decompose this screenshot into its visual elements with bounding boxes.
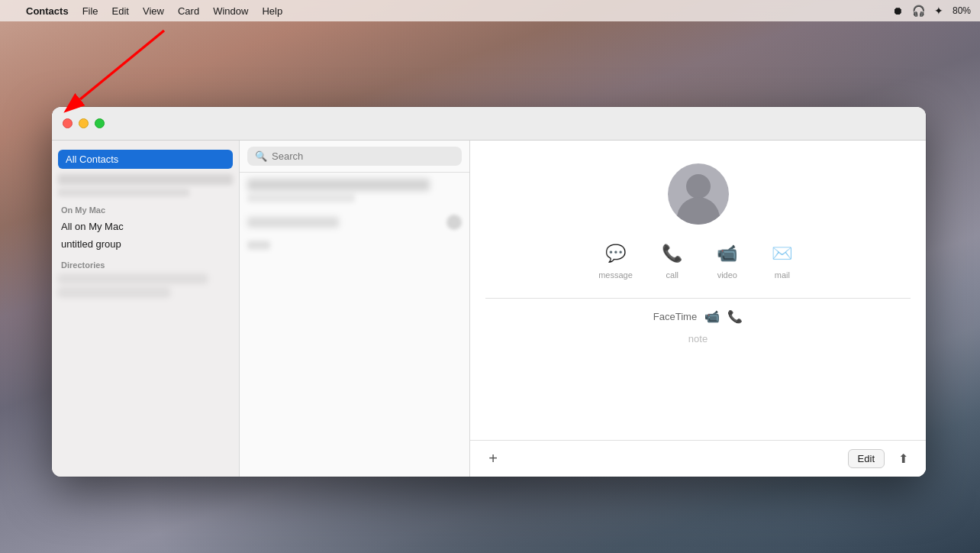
minimize-button[interactable] bbox=[79, 118, 89, 128]
sidebar-blurred-3 bbox=[58, 274, 208, 283]
action-buttons: 💬 message 📞 call 📹 video ✉️ bbox=[598, 240, 798, 280]
menubar-card[interactable]: Card bbox=[178, 5, 199, 17]
facetime-label: FaceTime bbox=[653, 311, 697, 322]
bluetooth-icon: ✦ bbox=[934, 5, 943, 17]
detail-toolbar: + Edit ⬆ bbox=[470, 440, 926, 477]
sidebar-item-all-on-my-mac[interactable]: All on My Mac bbox=[52, 218, 239, 235]
sidebar-item-untitled-group[interactable]: untitled group bbox=[52, 235, 239, 253]
desktop: Contacts File Edit View Card Window Help… bbox=[0, 0, 980, 553]
sidebar-blurred-1 bbox=[58, 174, 233, 185]
call-label: call bbox=[666, 270, 679, 280]
contact-detail-blurred-1 bbox=[247, 194, 355, 202]
contact-entry-1[interactable] bbox=[247, 179, 462, 202]
avatar-body bbox=[677, 197, 720, 225]
share-icon: ⬆ bbox=[898, 451, 908, 466]
search-icon: 🔍 bbox=[255, 150, 267, 162]
close-button[interactable] bbox=[63, 118, 73, 128]
search-bar-container: 🔍 bbox=[240, 141, 469, 173]
svg-line-1 bbox=[80, 31, 164, 99]
video-icon: 📹 bbox=[712, 240, 743, 267]
audio-icon: 🎧 bbox=[912, 5, 925, 17]
call-button[interactable]: 📞 call bbox=[657, 240, 688, 280]
traffic-lights bbox=[63, 118, 105, 128]
mail-label: mail bbox=[775, 270, 790, 280]
titlebar bbox=[52, 107, 926, 141]
sidebar: All Contacts On My Mac All on My Mac unt… bbox=[52, 141, 240, 477]
message-button[interactable]: 💬 message bbox=[598, 240, 633, 280]
menubar: Contacts File Edit View Card Window Help… bbox=[0, 0, 980, 21]
contact-entry-3[interactable] bbox=[247, 241, 270, 250]
edit-button[interactable]: Edit bbox=[848, 449, 885, 468]
sidebar-on-my-mac-header: On My Mac bbox=[52, 198, 239, 218]
facetime-video-icon[interactable]: 📹 bbox=[704, 309, 720, 324]
menubar-edit[interactable]: Edit bbox=[112, 5, 129, 17]
sidebar-directories-header: Directories bbox=[52, 253, 239, 273]
contact-entry-2[interactable] bbox=[247, 215, 462, 230]
add-contact-button[interactable]: + bbox=[482, 448, 504, 470]
toolbar-right-buttons: Edit ⬆ bbox=[848, 448, 914, 470]
note-row: note bbox=[673, 328, 723, 349]
video-label: video bbox=[717, 270, 737, 280]
call-icon: 📞 bbox=[657, 240, 688, 267]
sidebar-blurred-2 bbox=[58, 189, 189, 196]
avatar-head bbox=[686, 174, 711, 199]
detail-content: 💬 message 📞 call 📹 video ✉️ bbox=[470, 141, 926, 440]
search-bar[interactable]: 🔍 bbox=[247, 147, 462, 166]
search-input[interactable] bbox=[272, 150, 454, 162]
contact-name-blurred-2 bbox=[247, 217, 339, 228]
maximize-button[interactable] bbox=[95, 118, 105, 128]
app-window: All Contacts On My Mac All on My Mac unt… bbox=[52, 107, 926, 477]
divider-1 bbox=[485, 298, 911, 299]
menubar-help[interactable]: Help bbox=[262, 5, 282, 17]
screen-record-icon: ⏺ bbox=[892, 5, 903, 17]
facetime-row: FaceTime 📹 📞 bbox=[638, 305, 758, 328]
menubar-contacts[interactable]: Contacts bbox=[26, 5, 69, 17]
video-button[interactable]: 📹 video bbox=[712, 240, 743, 280]
menubar-file[interactable]: File bbox=[82, 5, 98, 17]
mail-icon: ✉️ bbox=[767, 240, 798, 267]
avatar bbox=[668, 163, 729, 225]
mail-button[interactable]: ✉️ mail bbox=[767, 240, 798, 280]
note-label: note bbox=[688, 333, 708, 344]
share-button[interactable]: ⬆ bbox=[892, 448, 914, 470]
menubar-window[interactable]: Window bbox=[213, 5, 248, 17]
avatar-person bbox=[668, 163, 729, 225]
sidebar-item-all-contacts[interactable]: All Contacts bbox=[58, 150, 233, 169]
detail-pane: 💬 message 📞 call 📹 video ✉️ bbox=[470, 141, 926, 477]
facetime-call-icon[interactable]: 📞 bbox=[727, 309, 743, 324]
menubar-view[interactable]: View bbox=[143, 5, 164, 17]
contact-name-blurred-1 bbox=[247, 179, 430, 191]
contact-badge bbox=[446, 215, 462, 230]
message-label: message bbox=[598, 270, 633, 280]
content-area: All Contacts On My Mac All on My Mac unt… bbox=[52, 141, 926, 477]
message-icon: 💬 bbox=[600, 240, 630, 267]
battery-label: 80% bbox=[953, 5, 971, 16]
contact-list: 🔍 bbox=[240, 141, 470, 477]
sidebar-blurred-4 bbox=[58, 288, 170, 297]
